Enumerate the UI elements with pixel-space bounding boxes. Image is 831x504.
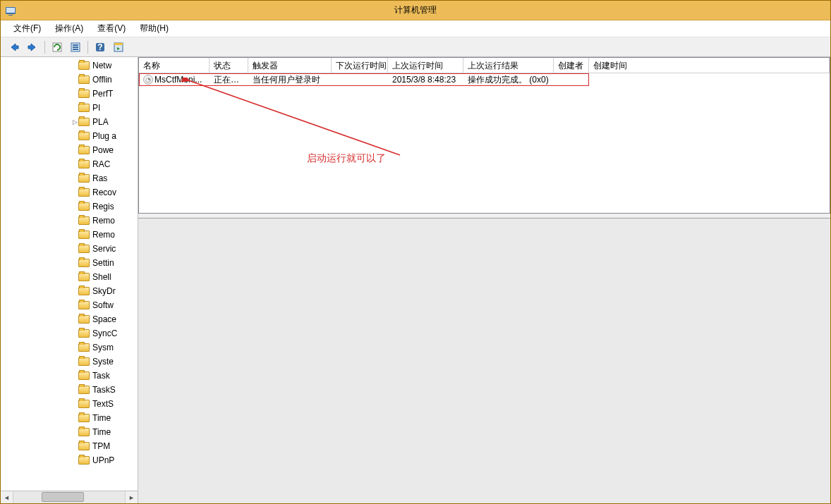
col-status[interactable]: 状态 [210, 58, 248, 73]
tree-item[interactable]: Ras [1, 171, 138, 185]
col-next-run[interactable]: 下次运行时间 [332, 58, 388, 73]
tree-item[interactable]: Regis [1, 199, 138, 214]
tree-item[interactable]: Recov [1, 185, 138, 199]
tree-item-label: TaskS [92, 385, 116, 395]
tree-item[interactable]: Plug a [1, 129, 138, 143]
tree-item[interactable]: Servic [1, 242, 138, 256]
main-area: 名称 状态 触发器 下次运行时间 上次运行时间 上次运行结果 创建者 创建时间 … [138, 57, 830, 503]
scroll-right-icon[interactable]: ► [125, 491, 138, 503]
folder-icon [78, 301, 90, 309]
menu-help[interactable]: 帮助(H) [134, 21, 174, 36]
col-last-run[interactable]: 上次运行时间 [388, 58, 463, 73]
tree-item[interactable]: Netw [1, 59, 138, 73]
folder-icon [78, 160, 90, 168]
folder-icon [78, 357, 90, 366]
tree-item[interactable]: Powe [1, 143, 138, 157]
tree-item[interactable]: Remo [1, 214, 138, 228]
help-button[interactable]: ? [92, 39, 108, 55]
cell-last-result: 操作成功完成。 (0x0) [463, 74, 554, 86]
action-pane-button[interactable] [111, 39, 126, 55]
tree-item-label: Ras [92, 173, 107, 183]
tree-item[interactable]: Sysm [1, 340, 138, 355]
col-created[interactable]: 创建时间 [589, 58, 830, 73]
tree-item-label: Syste [92, 357, 114, 367]
menu-file[interactable]: 文件(F) [8, 21, 47, 36]
tree-item[interactable]: Time [1, 411, 138, 425]
folder-icon [78, 90, 90, 98]
scroll-thumb[interactable] [42, 492, 84, 502]
folder-icon [78, 118, 90, 126]
folder-icon [78, 245, 90, 253]
back-button[interactable] [6, 39, 22, 55]
tree-item[interactable]: Time [1, 425, 138, 439]
task-row[interactable]: ◔ MsCtfMoni... 正在运行 当任何用户登录时 2015/3/8 8:… [139, 73, 589, 86]
tree-item-label: Regis [92, 202, 114, 211]
folder-icon [78, 188, 90, 197]
sidebar-hscroll[interactable]: ◄ ► [1, 491, 138, 503]
tree-item[interactable]: Remo [1, 228, 138, 242]
forward-button[interactable] [25, 39, 40, 55]
tree-item[interactable]: Task [1, 369, 138, 383]
tree-item-label: Shell [92, 272, 111, 282]
tree-item[interactable]: SkyDr [1, 284, 138, 298]
cell-name: ◔ MsCtfMoni... [139, 75, 210, 85]
svg-rect-11 [114, 43, 123, 45]
tree-item-label: Netw [92, 61, 111, 70]
tree-item[interactable]: TaskS [1, 383, 138, 397]
folder-icon [78, 414, 90, 422]
annotation-arrow [181, 78, 407, 162]
svg-line-13 [188, 80, 400, 155]
expander-icon[interactable]: ▷ [71, 118, 78, 125]
scroll-left-icon[interactable]: ◄ [1, 491, 13, 503]
window-title: 计算机管理 [1, 4, 830, 16]
tree-item[interactable]: Settin [1, 256, 138, 270]
tree-item[interactable]: RAC [1, 157, 138, 171]
cell-triggers: 当任何用户登录时 [248, 74, 388, 86]
col-name[interactable]: 名称 [139, 58, 210, 73]
tree-item[interactable]: Shell [1, 270, 138, 284]
task-list-pane: 名称 状态 触发器 下次运行时间 上次运行时间 上次运行结果 创建者 创建时间 … [138, 57, 830, 214]
toolbar-sep-2 [87, 41, 88, 54]
scroll-track[interactable] [13, 491, 125, 503]
task-name-text: MsCtfMoni... [154, 75, 202, 85]
tree-item-label: Time [92, 427, 111, 437]
tree-item[interactable]: UPnP [1, 453, 138, 467]
tree-item-label: TPM [92, 441, 110, 451]
folder-icon [78, 428, 90, 436]
tree-item[interactable]: PerfT [1, 87, 138, 101]
tree-item[interactable]: SyncC [1, 326, 138, 340]
tree-item-label: Plug a [92, 131, 116, 141]
menu-view[interactable]: 查看(V) [92, 21, 131, 36]
tree-item[interactable]: Softw [1, 298, 138, 312]
properties-button[interactable] [68, 39, 83, 55]
sidebar: NetwOfflinPerfTPI▷PLAPlug aPoweRACRasRec… [1, 57, 138, 503]
menu-action[interactable]: 操作(A) [49, 21, 89, 36]
folder-icon [78, 371, 90, 380]
cell-last-run: 2015/3/8 8:48:23 [388, 75, 463, 85]
col-last-result[interactable]: 上次运行结果 [463, 58, 554, 73]
col-author[interactable]: 创建者 [554, 58, 589, 73]
tree-item[interactable]: Offlin [1, 73, 138, 87]
tree-item-label: SyncC [92, 328, 117, 338]
body: NetwOfflinPerfTPI▷PLAPlug aPoweRACRasRec… [1, 57, 830, 503]
tree-item[interactable]: TPM [1, 439, 138, 453]
annotation-text: 启动运行就可以了 [307, 152, 386, 165]
list-body: ◔ MsCtfMoni... 正在运行 当任何用户登录时 2015/3/8 8:… [139, 73, 830, 213]
tree-item[interactable]: PI [1, 101, 138, 115]
tree-item[interactable]: Syste [1, 355, 138, 369]
folder-icon [78, 132, 90, 140]
tree-item-label: Sysm [92, 343, 114, 352]
col-triggers[interactable]: 触发器 [248, 58, 332, 73]
folder-icon [78, 146, 90, 154]
tree-item[interactable]: Space [1, 312, 138, 326]
refresh-button[interactable] [49, 39, 65, 55]
tree-item-label: Remo [92, 216, 115, 226]
tree-item[interactable]: ▷PLA [1, 115, 138, 129]
folder-tree[interactable]: NetwOfflinPerfTPI▷PLAPlug aPoweRACRasRec… [1, 57, 138, 491]
tree-item[interactable]: TextS [1, 397, 138, 411]
folder-icon [78, 400, 90, 408]
folder-icon [78, 287, 90, 295]
tree-item-label: TextS [92, 399, 114, 409]
cell-status: 正在运行 [210, 74, 248, 86]
folder-icon [78, 75, 90, 84]
